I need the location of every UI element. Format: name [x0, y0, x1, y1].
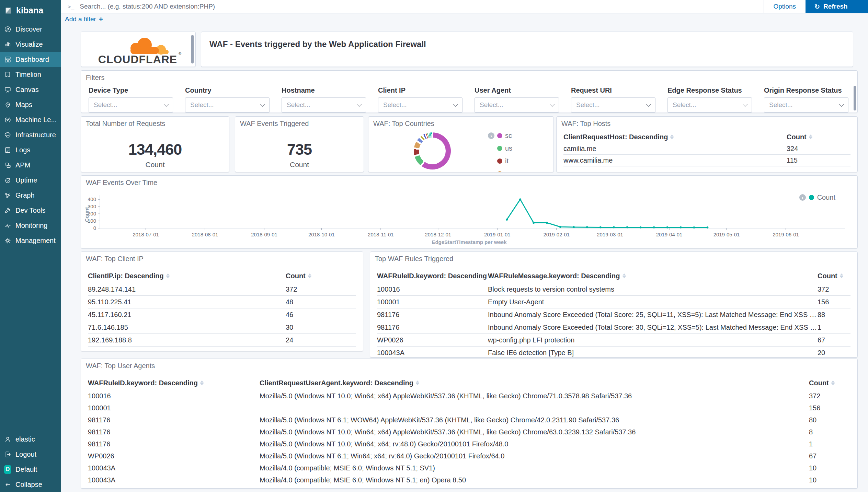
- kibana-dashboard-page: kibana DiscoverVisualizeDashboardTimelio…: [0, 0, 868, 492]
- sidebar-item-elastic[interactable]: elastic: [0, 432, 61, 447]
- legend-collapse-icon[interactable]: ›: [799, 194, 806, 201]
- filter-select-client-ip[interactable]: Select...: [378, 97, 462, 113]
- legend-item-us[interactable]: us: [488, 144, 512, 152]
- sidebar-item-label: Management: [15, 237, 56, 245]
- table-cell: 100001: [377, 296, 488, 308]
- sidebar-item-infrastructure[interactable]: Infrastructure: [0, 127, 61, 142]
- events-legend[interactable]: › Count: [799, 194, 835, 201]
- table-cell: 10: [809, 474, 850, 486]
- legend-dot: [497, 133, 502, 138]
- search-input[interactable]: [79, 2, 756, 11]
- column-header-clientip-ip-descending[interactable]: ClientIP.ip: Descending: [88, 269, 286, 283]
- dashboard-title: WAF - Events triggered by the Web Applic…: [209, 39, 426, 49]
- column-header-count[interactable]: Count: [286, 269, 356, 283]
- apm-icon: [4, 162, 11, 169]
- table-cell: wp-config.php LFI protection: [488, 334, 818, 347]
- top-countries-donut-chart[interactable]: [414, 132, 451, 169]
- column-header-wafruleid-keyword-descending[interactable]: WAFRuleID.keyword: Descending: [88, 376, 260, 390]
- table-cell: 100016: [377, 283, 488, 296]
- add-filter-button[interactable]: Add a filter +: [65, 15, 103, 23]
- column-header-wafruleid-keyword-descending[interactable]: WAFRuleID.keyword: Descending: [377, 269, 488, 283]
- filter-select-device-type[interactable]: Select...: [89, 97, 173, 113]
- sidebar-item-management[interactable]: Management: [0, 233, 61, 248]
- sidebar-item-graph[interactable]: Graph: [0, 188, 61, 203]
- add-filter-label: Add a filter: [65, 15, 96, 23]
- sidebar-item-dev-tools[interactable]: Dev Tools: [0, 203, 61, 218]
- sidebar-item-logout[interactable]: Logout: [0, 447, 61, 462]
- space-default-icon: D: [4, 466, 11, 473]
- kibana-brand[interactable]: kibana: [0, 0, 61, 20]
- column-header-count[interactable]: Count: [818, 269, 850, 283]
- sidebar-item-timelion[interactable]: Timelion: [0, 67, 61, 82]
- sidebar-footer: elasticLogoutDDefaultCollapse: [0, 432, 61, 492]
- table-cell: 71.6.146.185: [88, 321, 286, 334]
- filter-select-hostname[interactable]: Select...: [282, 97, 366, 113]
- table-cell: 372: [809, 390, 850, 402]
- sidebar-item-logs[interactable]: Logs: [0, 142, 61, 157]
- dev-tools-icon: [4, 207, 11, 214]
- sidebar-item-label: Dashboard: [15, 56, 49, 63]
- legend-item-vn[interactable]: vn: [488, 170, 512, 172]
- filter-label: Edge Response Status: [667, 86, 752, 94]
- legend-item-it[interactable]: it: [488, 157, 512, 165]
- refresh-label: Refresh: [823, 3, 848, 10]
- sidebar-item-collapse[interactable]: Collapse: [0, 477, 61, 492]
- top-client-ip-table: ClientIP.ip: DescendingCount89.248.174.1…: [88, 269, 356, 347]
- sidebar-item-label: Logs: [15, 146, 30, 154]
- legend-label: it: [505, 157, 509, 165]
- filter-select-request-uri[interactable]: Select...: [571, 97, 655, 113]
- waf-events-value: 735: [235, 141, 364, 159]
- options-button[interactable]: Options: [764, 0, 806, 13]
- filter-select-user-agent[interactable]: Select...: [475, 97, 559, 113]
- legend-label: vn: [505, 170, 512, 172]
- table-cell: 8: [809, 426, 850, 438]
- legend-collapse-icon[interactable]: ›: [488, 132, 494, 139]
- column-header-count[interactable]: Count: [809, 376, 850, 390]
- legend-item-sc[interactable]: ›sc: [488, 132, 512, 140]
- select-placeholder: Select...: [480, 101, 503, 109]
- filter-select-origin-response-status[interactable]: Select...: [764, 97, 848, 113]
- table-cell: 100016: [88, 390, 260, 402]
- filter-select-edge-response-status[interactable]: Select...: [667, 97, 752, 113]
- sort-icon: [840, 273, 843, 278]
- refresh-button[interactable]: ↻ Refresh: [806, 0, 868, 13]
- top-navbar: >_ Options ↻ Refresh: [61, 0, 868, 13]
- sidebar-item-default[interactable]: DDefault: [0, 462, 61, 477]
- top-waf-rules-title: Top WAF Rules Triggered: [375, 255, 453, 263]
- filter-field-client-ip: Client IPSelect...: [378, 86, 462, 113]
- events-over-time-chart[interactable]: 01002003004002018-07-012018-08-012018-09…: [81, 176, 857, 248]
- panel-scrollbar[interactable]: [191, 35, 194, 63]
- uptime-icon: [4, 177, 11, 184]
- sidebar-item-visualize[interactable]: Visualize: [0, 37, 61, 52]
- sidebar-item-discover[interactable]: Discover: [0, 22, 61, 37]
- sidebar-item-apm[interactable]: APM: [0, 157, 61, 173]
- table-cell: 80: [809, 414, 850, 426]
- table-cell: 1: [818, 321, 850, 334]
- column-header-clientrequestuseragent-keyword-descending[interactable]: ClientRequestUserAgent.keyword: Descendi…: [260, 376, 809, 390]
- column-header-count[interactable]: Count: [787, 131, 850, 143]
- sidebar-item-dashboard[interactable]: Dashboard: [0, 52, 61, 67]
- sidebar-item-canvas[interactable]: Canvas: [0, 82, 61, 97]
- sidebar-item-maps[interactable]: Maps: [0, 97, 61, 112]
- table-cell: Mozilla/5.0 (Windows NT 6.1; WOW64) Appl…: [260, 414, 809, 426]
- column-header-wafrulemessage-keyword-descending[interactable]: WAFRuleMessage.keyword: Descending: [488, 269, 818, 283]
- column-header-label: WAFRuleMessage.keyword: Descending: [488, 272, 620, 280]
- events-over-time-title: WAF Events Over Time: [86, 179, 157, 187]
- sort-icon: [809, 134, 812, 139]
- sort-icon: [200, 380, 204, 385]
- user-icon: [4, 436, 11, 443]
- sidebar-item-monitoring[interactable]: Monitoring: [0, 218, 61, 233]
- column-header-clientrequesthost-descending[interactable]: ClientRequestHost: Descending: [563, 131, 787, 143]
- filter-label: User Agent: [475, 86, 559, 94]
- svg-text:2018-12-01: 2018-12-01: [425, 232, 451, 237]
- sidebar-item-machine-le[interactable]: Machine Le...: [0, 112, 61, 127]
- filter-select-country[interactable]: Select...: [185, 97, 270, 113]
- filter-field-country: CountrySelect...: [185, 86, 270, 113]
- search-bar[interactable]: >_: [61, 0, 764, 13]
- waf-events-unit: Count: [235, 161, 364, 169]
- sidebar-item-label: Infrastructure: [15, 131, 56, 139]
- panel-scrollbar[interactable]: [854, 86, 856, 110]
- select-placeholder: Select...: [383, 101, 407, 109]
- sidebar-item-uptime[interactable]: Uptime: [0, 173, 61, 188]
- column-header-label: Count: [818, 272, 837, 280]
